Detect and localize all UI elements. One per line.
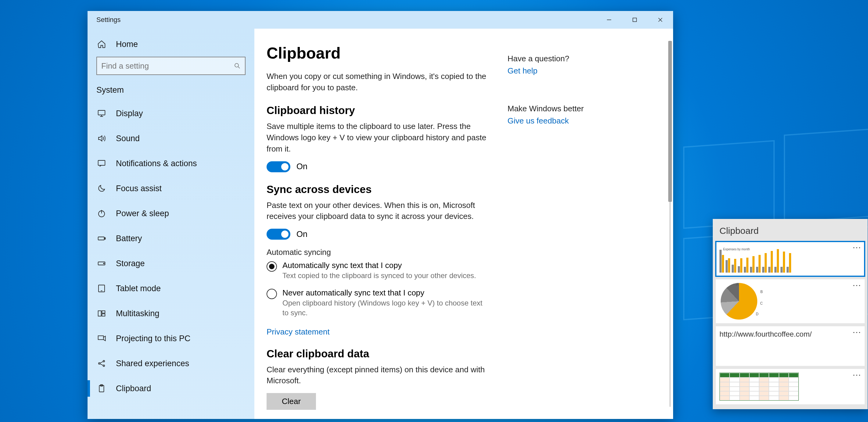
aside-better: Make Windows better: [507, 103, 596, 115]
sidebar-item-multitasking[interactable]: Multitasking: [88, 301, 254, 326]
svg-point-15: [103, 263, 104, 264]
maximize-button[interactable]: [622, 11, 648, 29]
spreadsheet-thumb: [719, 372, 799, 401]
sync-toggle[interactable]: [267, 229, 290, 240]
search-box[interactable]: [96, 57, 246, 75]
search-icon: [230, 62, 245, 69]
svg-point-24: [103, 365, 104, 366]
sidebar-item-tablet-mode[interactable]: Tablet mode: [88, 276, 254, 301]
sync-option-auto-title: Automatically sync text that I copy: [282, 261, 476, 270]
project-icon: [96, 334, 107, 343]
privacy-link[interactable]: Privacy statement: [267, 327, 330, 336]
sidebar-item-label: Multitasking: [116, 309, 159, 318]
svg-rect-19: [102, 311, 105, 313]
sidebar-item-notifications[interactable]: Notifications & actions: [88, 151, 254, 176]
sync-option-auto-desc: Text copied to the clipboard is synced t…: [282, 271, 476, 281]
drive-icon: [96, 259, 107, 268]
aside-question: Have a question?: [507, 53, 596, 64]
clipboard-item-pie-chart[interactable]: ⋯ ABCD: [716, 279, 865, 323]
more-icon[interactable]: ⋯: [852, 243, 862, 252]
close-button[interactable]: [648, 11, 673, 29]
message-icon: [96, 159, 107, 168]
sync-desc: Paste text on your other devices. When t…: [267, 200, 489, 222]
sidebar-item-display[interactable]: Display: [88, 101, 254, 126]
sidebar-item-label: Shared experiences: [116, 359, 189, 368]
sidebar: Home System DisplaySoundNotifications & …: [88, 29, 254, 419]
auto-sync-label: Automatic syncing: [267, 248, 489, 257]
sync-option-never[interactable]: Never automatically sync text that I cop…: [267, 288, 489, 318]
sync-heading: Sync across devices: [267, 183, 489, 195]
sidebar-item-power-sleep[interactable]: Power & sleep: [88, 201, 254, 226]
svg-point-22: [98, 363, 100, 364]
share-icon: [96, 359, 107, 368]
speaker-icon: [96, 134, 107, 143]
svg-rect-6: [98, 110, 105, 115]
clipboard-flyout: Clipboard ⋯ Expenses by month ⋯ ABCD ⋯ h…: [713, 219, 868, 409]
svg-rect-13: [104, 238, 105, 239]
svg-rect-21: [98, 336, 104, 340]
svg-point-23: [103, 360, 104, 362]
sidebar-item-label: Notifications & actions: [116, 159, 197, 168]
clear-desc: Clear everything (except pinned items) o…: [267, 364, 489, 387]
sidebar-item-projecting[interactable]: Projecting to this PC: [88, 326, 254, 351]
sidebar-item-battery[interactable]: Battery: [88, 226, 254, 251]
multitask-icon: [96, 309, 107, 318]
sidebar-item-focus-assist[interactable]: Focus assist: [88, 176, 254, 201]
clipboard-icon: [96, 384, 107, 393]
sidebar-group-label: System: [88, 79, 254, 101]
svg-point-4: [235, 63, 239, 67]
history-desc: Save multiple items to the clipboard to …: [267, 121, 489, 155]
power-icon: [96, 209, 107, 218]
battery-icon: [96, 234, 107, 243]
radio-icon: [267, 261, 277, 272]
sidebar-item-label: Projecting to this PC: [116, 334, 191, 343]
svg-line-26: [100, 364, 103, 365]
svg-rect-20: [102, 314, 105, 316]
more-icon[interactable]: ⋯: [852, 328, 862, 337]
sidebar-item-label: Tablet mode: [116, 284, 161, 293]
sidebar-item-sound[interactable]: Sound: [88, 126, 254, 151]
titlebar: Settings: [88, 11, 673, 29]
more-icon[interactable]: ⋯: [852, 281, 862, 290]
feedback-link[interactable]: Give us feedback: [507, 116, 569, 125]
svg-rect-12: [98, 237, 104, 240]
sidebar-item-label: Battery: [116, 234, 142, 243]
get-help-link[interactable]: Get help: [507, 66, 537, 75]
monitor-icon: [96, 109, 107, 118]
search-input[interactable]: [97, 61, 230, 71]
clear-button[interactable]: Clear: [267, 393, 316, 410]
sidebar-item-shared[interactable]: Shared experiences: [88, 351, 254, 376]
clipboard-flyout-title: Clipboard: [713, 219, 868, 241]
clipboard-item-spreadsheet[interactable]: ⋯: [716, 369, 865, 404]
sidebar-item-clipboard[interactable]: Clipboard: [88, 376, 254, 401]
sync-option-auto[interactable]: Automatically sync text that I copy Text…: [267, 261, 489, 281]
home-icon: [96, 40, 107, 49]
history-toggle[interactable]: [267, 161, 290, 172]
sidebar-item-label: Sound: [116, 134, 140, 143]
svg-rect-9: [98, 160, 105, 165]
clipboard-item-url[interactable]: ⋯ http://www.fourthcoffee.com/: [716, 326, 865, 366]
sync-option-never-title: Never automatically sync text that I cop…: [282, 288, 489, 298]
sidebar-item-label: Power & sleep: [116, 209, 169, 218]
page-title: Clipboard: [267, 44, 489, 62]
content-scrollbar[interactable]: [670, 41, 671, 407]
more-icon[interactable]: ⋯: [852, 371, 862, 379]
sidebar-item-storage[interactable]: Storage: [88, 251, 254, 276]
clipboard-item-bar-chart[interactable]: ⋯ Expenses by month: [716, 241, 865, 276]
home-button[interactable]: Home: [88, 32, 254, 57]
sidebar-item-label: Focus assist: [116, 184, 162, 193]
sync-option-never-desc: Open clipboard history (Windows logo key…: [282, 298, 489, 318]
clear-heading: Clear clipboard data: [267, 348, 489, 360]
sync-toggle-state: On: [297, 230, 307, 239]
sidebar-item-label: Display: [116, 109, 143, 118]
home-label: Home: [116, 40, 138, 49]
window-title: Settings: [88, 16, 596, 24]
svg-line-25: [100, 362, 103, 363]
content-pane: Clipboard When you copy or cut something…: [254, 29, 673, 419]
moon-icon: [96, 184, 107, 193]
sidebar-item-label: Storage: [116, 259, 145, 268]
settings-window: Settings Home System DisplaySoundNotific…: [88, 11, 673, 419]
svg-rect-18: [98, 311, 101, 316]
minimize-button[interactable]: [596, 11, 622, 29]
svg-line-5: [238, 67, 240, 68]
